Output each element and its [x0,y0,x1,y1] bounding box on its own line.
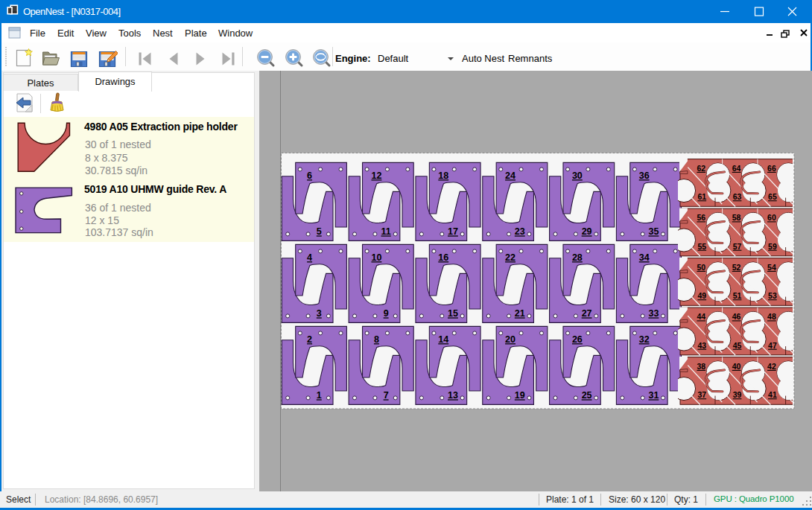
svg-text:28: 28 [572,252,583,263]
svg-text:11: 11 [381,226,391,237]
svg-text:32: 32 [639,334,650,345]
svg-text:22: 22 [505,252,516,263]
svg-text:63: 63 [733,192,742,201]
svg-text:14: 14 [438,334,448,345]
svg-text:43: 43 [697,341,706,350]
svg-text:51: 51 [733,291,742,300]
svg-text:31: 31 [648,390,659,401]
svg-text:7: 7 [384,390,389,401]
svg-text:16: 16 [438,252,448,263]
svg-text:56: 56 [697,213,705,222]
svg-text:40: 40 [732,362,741,371]
svg-text:18: 18 [438,170,448,181]
svg-text:49: 49 [697,291,706,300]
svg-text:13: 13 [448,390,458,401]
svg-text:46: 46 [732,312,741,321]
svg-text:55: 55 [697,242,706,251]
svg-text:5: 5 [317,226,322,237]
svg-text:35: 35 [648,226,659,237]
svg-text:48: 48 [767,312,776,321]
svg-text:15: 15 [448,308,458,319]
svg-text:19: 19 [515,390,525,401]
svg-text:50: 50 [697,263,705,272]
svg-text:47: 47 [768,341,777,350]
svg-text:29: 29 [582,226,592,237]
svg-text:17: 17 [448,226,458,237]
svg-text:4: 4 [307,252,312,263]
svg-text:27: 27 [582,308,592,319]
svg-text:57: 57 [733,242,742,251]
svg-text:3: 3 [317,308,322,319]
svg-text:20: 20 [505,334,516,345]
svg-text:12: 12 [371,170,381,181]
svg-text:2: 2 [307,334,312,345]
svg-text:58: 58 [732,213,741,222]
svg-text:34: 34 [639,252,650,263]
svg-text:52: 52 [732,263,741,272]
svg-text:45: 45 [733,341,742,350]
svg-text:21: 21 [515,308,525,319]
svg-text:6: 6 [307,170,312,181]
svg-text:61: 61 [697,192,706,201]
svg-text:38: 38 [697,362,705,371]
svg-text:9: 9 [384,308,389,319]
svg-text:36: 36 [639,170,650,181]
svg-text:30: 30 [572,170,583,181]
svg-text:66: 66 [767,164,776,173]
svg-text:53: 53 [768,291,777,300]
svg-text:39: 39 [733,390,742,399]
svg-text:37: 37 [697,390,706,399]
svg-text:42: 42 [767,362,776,371]
svg-text:65: 65 [768,192,777,201]
svg-text:54: 54 [767,263,776,272]
svg-text:24: 24 [505,170,516,181]
svg-text:44: 44 [697,312,705,321]
svg-text:33: 33 [648,308,659,319]
svg-text:62: 62 [697,164,705,173]
svg-text:26: 26 [572,334,583,345]
svg-text:25: 25 [582,390,592,401]
svg-text:8: 8 [374,334,379,345]
svg-text:23: 23 [515,226,525,237]
svg-text:59: 59 [768,242,777,251]
svg-text:41: 41 [768,390,777,399]
svg-text:10: 10 [371,252,381,263]
svg-text:1: 1 [317,390,322,401]
svg-text:64: 64 [732,164,741,173]
svg-text:60: 60 [767,213,776,222]
